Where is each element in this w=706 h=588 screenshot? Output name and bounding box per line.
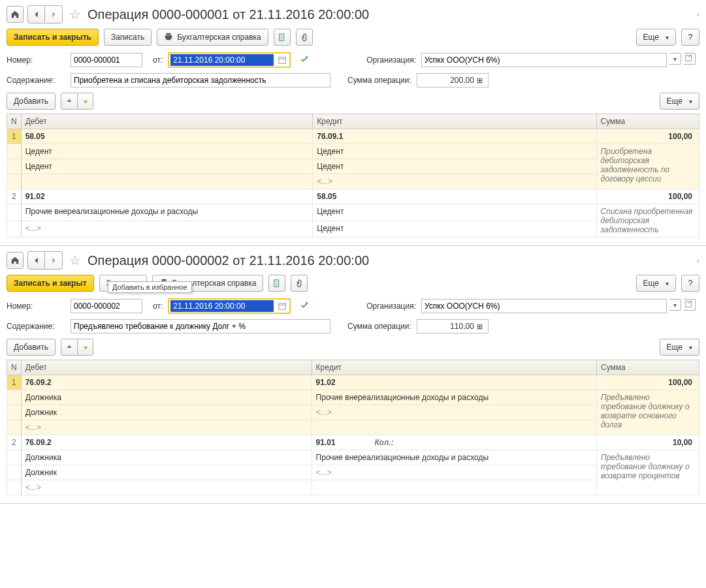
attachment-button[interactable] bbox=[291, 275, 308, 292]
content-input[interactable] bbox=[71, 319, 330, 333]
kredit-cell[interactable]: Цедент bbox=[313, 144, 596, 159]
table-row[interactable]: Прочие внереализационные доходы и расход… bbox=[7, 204, 699, 221]
kredit-cell[interactable]: Цедент bbox=[313, 204, 596, 221]
table-row[interactable]: 176.09.291.02100,00 bbox=[7, 375, 699, 390]
calculator-icon[interactable]: ⊞ bbox=[477, 76, 483, 85]
favorite-star-icon[interactable]: ☆ bbox=[67, 252, 84, 269]
table-row[interactable]: 276.09.291.01Кол.:10,00 bbox=[7, 435, 699, 450]
debet-cell[interactable]: Должник bbox=[21, 465, 312, 480]
nav-back-button[interactable] bbox=[28, 6, 45, 23]
add-row-button[interactable]: Добавить bbox=[7, 339, 56, 356]
favorite-star-icon[interactable]: ☆ bbox=[67, 6, 84, 23]
debet-cell[interactable]: Должника bbox=[21, 450, 312, 465]
kredit-cell[interactable]: Прочие внереализационные доходы и расход… bbox=[312, 390, 596, 405]
table-more-button[interactable]: Еще▾ bbox=[660, 339, 699, 356]
kredit-cell[interactable]: Цедент bbox=[313, 221, 596, 238]
col-debet[interactable]: Дебет bbox=[21, 360, 312, 375]
table-row[interactable]: <...> bbox=[7, 420, 699, 435]
col-sum[interactable]: Сумма bbox=[596, 114, 699, 129]
help-button[interactable]: ? bbox=[681, 29, 699, 46]
debet-cell[interactable]: 76.09.2 bbox=[21, 435, 312, 450]
kredit-cell[interactable]: Цедент bbox=[313, 159, 596, 174]
kredit-cell[interactable]: 76.09.1 bbox=[313, 129, 596, 144]
col-sum[interactable]: Сумма bbox=[596, 360, 699, 375]
number-input[interactable] bbox=[71, 299, 142, 313]
date-field[interactable] bbox=[168, 52, 291, 68]
home-button[interactable] bbox=[7, 252, 24, 269]
col-kredit[interactable]: Кредит bbox=[312, 360, 596, 375]
move-up-button[interactable] bbox=[61, 339, 77, 355]
kredit-cell[interactable]: <...> bbox=[313, 174, 596, 189]
col-n[interactable]: N bbox=[7, 360, 22, 375]
apply-date-icon[interactable] bbox=[300, 301, 309, 312]
document-icon-button[interactable] bbox=[274, 29, 291, 46]
print-report-button[interactable]: Бухгалтерская справка bbox=[157, 29, 268, 46]
date-input[interactable] bbox=[170, 54, 274, 66]
number-input[interactable] bbox=[71, 53, 142, 67]
debet-cell[interactable]: 91.02 bbox=[21, 189, 313, 204]
col-debet[interactable]: Дебет bbox=[21, 114, 313, 129]
date-field[interactable] bbox=[168, 298, 291, 314]
org-input[interactable] bbox=[421, 299, 667, 313]
close-icon[interactable]: › bbox=[697, 256, 699, 265]
kredit-cell[interactable]: <...> bbox=[312, 465, 596, 480]
date-input[interactable] bbox=[170, 300, 274, 312]
content-input[interactable] bbox=[71, 73, 330, 87]
table-row[interactable]: <...> bbox=[7, 480, 699, 495]
col-n[interactable]: N bbox=[7, 114, 22, 129]
debet-cell[interactable]: Прочие внереализационные доходы и расход… bbox=[21, 204, 313, 221]
move-down-button[interactable] bbox=[77, 93, 93, 109]
help-button[interactable]: ? bbox=[681, 275, 699, 292]
org-dropdown-icon[interactable]: ▾ bbox=[669, 53, 681, 65]
kredit-cell[interactable]: <...> bbox=[312, 405, 596, 420]
debet-cell[interactable] bbox=[21, 174, 313, 189]
apply-date-icon[interactable] bbox=[300, 55, 309, 66]
nav-back-button[interactable] bbox=[28, 252, 45, 269]
kredit-cell[interactable] bbox=[312, 480, 596, 495]
table-row[interactable]: 158.0576.09.1100,00 bbox=[7, 129, 699, 144]
move-up-button[interactable] bbox=[61, 93, 77, 109]
kredit-cell[interactable]: 91.01Кол.: bbox=[312, 435, 596, 450]
debet-cell[interactable]: Должник bbox=[21, 405, 312, 420]
debet-cell[interactable]: <...> bbox=[21, 221, 313, 238]
table-row[interactable]: ЦедентЦедент bbox=[7, 159, 699, 174]
debet-cell[interactable]: Цедент bbox=[21, 159, 313, 174]
org-open-icon[interactable] bbox=[684, 53, 696, 65]
debet-cell[interactable]: <...> bbox=[21, 420, 312, 435]
calculator-icon[interactable]: ⊞ bbox=[477, 322, 483, 331]
table-row[interactable]: ДолжникаПрочие внереализационные доходы … bbox=[7, 450, 699, 465]
table-row[interactable]: <...>Цедент bbox=[7, 221, 699, 238]
table-more-button[interactable]: Еще▾ bbox=[660, 93, 699, 110]
sum-field[interactable]: 200,00 ⊞ bbox=[417, 73, 489, 87]
add-row-button[interactable]: Добавить bbox=[7, 93, 56, 110]
calendar-icon[interactable] bbox=[276, 300, 288, 312]
calendar-icon[interactable] bbox=[276, 54, 288, 66]
org-open-icon[interactable] bbox=[684, 299, 696, 311]
document-icon-button[interactable] bbox=[268, 275, 285, 292]
debet-cell[interactable]: 58.05 bbox=[21, 129, 313, 144]
kredit-cell[interactable] bbox=[312, 420, 596, 435]
attachment-button[interactable] bbox=[296, 29, 313, 46]
save-button[interactable]: Записать bbox=[104, 29, 152, 46]
kredit-cell[interactable]: 58.05 bbox=[313, 189, 596, 204]
col-kredit[interactable]: Кредит bbox=[313, 114, 596, 129]
org-input[interactable] bbox=[421, 53, 667, 67]
table-row[interactable]: ДолжникаПрочие внереализационные доходы … bbox=[7, 390, 699, 405]
kredit-cell[interactable]: Прочие внереализационные доходы и расход… bbox=[312, 450, 596, 465]
home-button[interactable] bbox=[7, 6, 24, 23]
table-row[interactable]: Должник<...> bbox=[7, 405, 699, 420]
table-row[interactable]: <...> bbox=[7, 174, 699, 189]
table-row[interactable]: ЦедентЦедентПриобретена дебиторская задо… bbox=[7, 144, 699, 159]
debet-cell[interactable]: Цедент bbox=[21, 144, 313, 159]
debet-cell[interactable]: 76.09.2 bbox=[21, 375, 312, 390]
more-button[interactable]: Еще▾ bbox=[636, 275, 676, 292]
table-row[interactable]: Должник<...> bbox=[7, 465, 699, 480]
org-dropdown-icon[interactable]: ▾ bbox=[669, 299, 681, 311]
debet-cell[interactable]: <...> bbox=[21, 480, 312, 495]
more-button[interactable]: Еще▾ bbox=[636, 29, 676, 46]
kredit-cell[interactable]: 91.02 bbox=[312, 375, 596, 390]
table-row[interactable]: 291.0258.05100,00 bbox=[7, 189, 699, 204]
close-icon[interactable]: › bbox=[697, 10, 699, 19]
move-down-button[interactable] bbox=[77, 339, 93, 355]
sum-field[interactable]: 110,00 ⊞ bbox=[417, 319, 489, 333]
